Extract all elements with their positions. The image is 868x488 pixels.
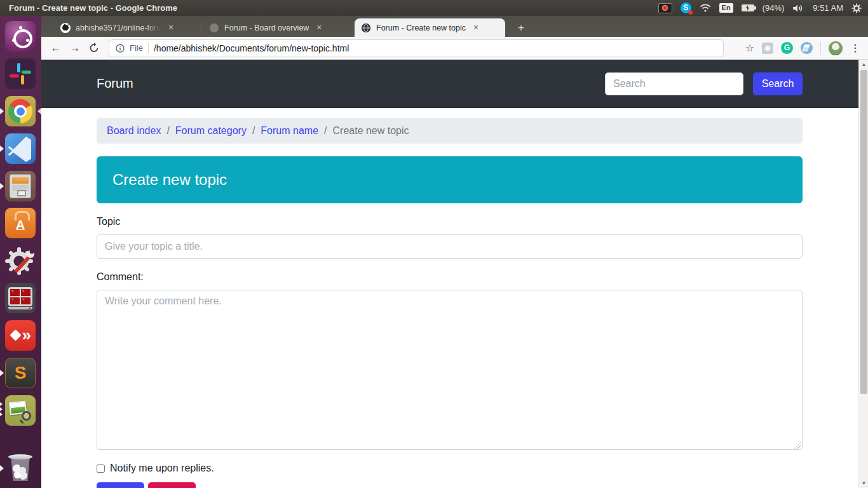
breadcrumb: Board index / Forum category / Forum nam… (97, 118, 803, 144)
forum-page: Forum Search Board index / Forum categor… (41, 60, 858, 488)
extension-icon[interactable] (762, 43, 773, 54)
address-bar[interactable]: File /home/abhishek/Documents/forum/new-… (109, 39, 724, 57)
page-viewport: Forum Search Board index / Forum categor… (41, 60, 868, 488)
tab-close-icon[interactable] (166, 23, 176, 33)
extension-blue-icon[interactable] (801, 42, 813, 54)
window-title: Forum - Create new topic - Google Chrome (0, 3, 658, 13)
search-input[interactable] (605, 72, 743, 95)
session-gear-icon[interactable] (851, 3, 862, 13)
image-viewer-icon[interactable] (5, 395, 36, 426)
browser-window: abhishe3571/online-foru Forum - Board ov… (41, 16, 868, 488)
comment-label: Comment: (97, 271, 803, 283)
battery-percent: (94%) (763, 3, 785, 13)
running-indicator (0, 183, 4, 189)
browser-toolbar: File /home/abhishek/Documents/forum/new-… (41, 37, 868, 60)
globe-favicon-icon (361, 23, 371, 33)
breadcrumb-link-forum-name[interactable]: Forum name (261, 125, 318, 137)
tab-close-icon[interactable] (314, 23, 324, 33)
forum-navbar: Forum Search (41, 60, 858, 108)
tab-github[interactable]: abhishe3571/online-foru (54, 18, 199, 37)
vscode-icon[interactable] (5, 133, 36, 164)
profile-avatar[interactable] (829, 41, 843, 55)
scrollbar-down-arrow[interactable]: ▼ (859, 478, 868, 488)
forum-brand[interactable]: Forum (97, 76, 133, 91)
navbar-search: Search (605, 72, 803, 95)
notify-label: Notify me upon replies. (110, 463, 214, 474)
bookmark-star-icon[interactable] (745, 42, 754, 54)
scrollbar-up-arrow[interactable]: ▲ (859, 60, 868, 69)
github-favicon-icon (60, 23, 71, 33)
scrollbar-thumb[interactable] (860, 70, 867, 394)
breadcrumb-link-board-index[interactable]: Board index (107, 125, 161, 137)
tab-label: Forum - Board overview (224, 24, 309, 32)
slack-icon[interactable] (5, 58, 36, 89)
cancel-button[interactable] (148, 482, 196, 488)
sublime-text-icon[interactable] (5, 358, 36, 388)
toolbar-actions: G (745, 41, 868, 55)
grammarly-extension-icon[interactable]: G (781, 42, 793, 54)
running-indicator (0, 370, 4, 376)
ubuntu-software-icon[interactable] (5, 208, 36, 238)
record-indicator-icon[interactable] (658, 3, 672, 13)
tab-label: abhishe3571/online-foru (76, 24, 161, 32)
running-indicator (0, 402, 3, 406)
page-info-icon[interactable] (116, 44, 125, 53)
breadcrumb-current: Create new topic (333, 125, 409, 137)
skype-icon[interactable]: S (681, 3, 691, 13)
terminator-icon[interactable]: >> >> (5, 283, 36, 313)
unity-launcher: >> >> (0, 16, 41, 488)
breadcrumb-separator: / (324, 125, 327, 137)
trash-icon[interactable] (5, 453, 36, 484)
forward-button[interactable] (65, 42, 85, 55)
window-titlebar: Forum - Create new topic - Google Chrome… (0, 0, 868, 16)
url-text: /home/abhishek/Documents/forum/new-topic… (154, 43, 349, 53)
remmina-icon[interactable] (5, 320, 36, 351)
chrome-icon[interactable] (5, 96, 36, 126)
focused-indicator (37, 108, 41, 114)
system-tray: S En (94%) 9:51 AM (658, 3, 868, 13)
comment-textarea[interactable] (97, 290, 803, 450)
page-scrollbar[interactable]: ▲ ▼ (858, 60, 868, 488)
blank-favicon-icon (210, 24, 219, 32)
desktop-screen: Forum - Create new topic - Google Chrome… (0, 0, 868, 488)
browser-menu-icon[interactable] (850, 42, 860, 54)
breadcrumb-separator: / (166, 125, 169, 137)
url-separator (148, 43, 149, 53)
tab-separator (201, 22, 201, 32)
url-scheme-label: File (130, 43, 143, 53)
tab-strip: abhishe3571/online-foru Forum - Board ov… (41, 16, 868, 37)
search-button[interactable]: Search (753, 72, 803, 95)
wifi-icon[interactable] (700, 4, 711, 12)
running-indicator (0, 465, 4, 471)
running-indicator (0, 412, 3, 416)
page-title: Create new topic (97, 156, 803, 203)
notify-checkbox[interactable] (97, 464, 105, 473)
clock[interactable]: 9:51 AM (813, 3, 843, 13)
ubuntu-dash-icon[interactable] (5, 21, 36, 51)
tab-board-overview[interactable]: Forum - Board overview (203, 18, 349, 37)
running-indicator (0, 108, 4, 114)
tab-close-icon[interactable] (471, 23, 481, 33)
system-settings-icon[interactable] (5, 245, 36, 276)
battery-icon[interactable] (742, 4, 754, 11)
new-tab-button[interactable] (513, 21, 529, 35)
volume-icon[interactable] (792, 4, 804, 13)
toolbar-separator (820, 42, 821, 55)
reload-button[interactable] (85, 43, 104, 53)
form-buttons (97, 482, 803, 488)
topic-input[interactable] (97, 234, 803, 259)
running-indicator (0, 407, 3, 411)
file-cabinet-icon[interactable] (5, 171, 36, 201)
keyboard-layout-indicator[interactable]: En (719, 3, 733, 13)
back-button[interactable] (46, 42, 65, 55)
submit-button[interactable] (97, 482, 144, 488)
running-indicator (0, 146, 4, 152)
tab-label: Forum - Create new topic (376, 24, 466, 32)
tab-create-new-topic[interactable]: Forum - Create new topic (355, 18, 505, 37)
topic-label: Topic (97, 216, 803, 227)
breadcrumb-separator: / (252, 125, 255, 137)
breadcrumb-link-forum-category[interactable]: Forum category (175, 125, 247, 137)
